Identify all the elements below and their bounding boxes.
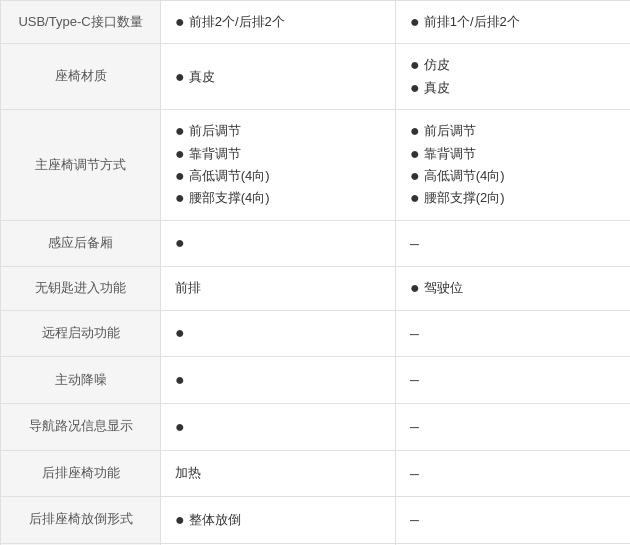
cell-text: 前后调节 <box>424 120 476 142</box>
table-row: 感应后备厢●– <box>1 220 631 267</box>
cell-text: 前排1个/后排2个 <box>424 11 520 33</box>
row-value: ●真皮 <box>161 44 396 110</box>
row-value: ●整体放倒 <box>161 497 396 544</box>
comparison-table: USB/Type-C接口数量●前排2个/后排2个●前排1个/后排2个座椅材质●真… <box>0 0 630 545</box>
cell-text: 高低调节(4向) <box>424 165 505 187</box>
table-row: 主动降噪●– <box>1 357 631 404</box>
row-label: 后排座椅功能 <box>1 450 161 497</box>
row-label: 后排座椅放倒形式 <box>1 497 161 544</box>
row-value: ●驾驶位 <box>396 267 631 310</box>
row-value: – <box>396 220 631 267</box>
table-row: 后排座椅放倒形式●整体放倒– <box>1 497 631 544</box>
table-row: 无钥匙进入功能前排●驾驶位 <box>1 267 631 310</box>
cell-text: 整体放倒 <box>189 509 241 531</box>
table-row: USB/Type-C接口数量●前排2个/后排2个●前排1个/后排2个 <box>1 1 631 44</box>
cell-text: 仿皮 <box>424 54 450 76</box>
table-row: 远程启动功能●– <box>1 310 631 357</box>
cell-text: 腰部支撑(4向) <box>189 187 270 209</box>
row-value: ● <box>161 310 396 357</box>
row-value: 加热 <box>161 450 396 497</box>
cell-text: 真皮 <box>424 77 450 99</box>
cell-text: 靠背调节 <box>189 143 241 165</box>
row-value: – <box>396 310 631 357</box>
row-label: USB/Type-C接口数量 <box>1 1 161 44</box>
table-row: 导航路况信息显示●– <box>1 403 631 450</box>
row-value: ●仿皮●真皮 <box>396 44 631 110</box>
cell-text: 真皮 <box>189 66 215 88</box>
row-label: 无钥匙进入功能 <box>1 267 161 310</box>
row-value: ●前后调节●靠背调节●高低调节(4向)●腰部支撑(2向) <box>396 110 631 221</box>
table-row: 后排座椅功能加热– <box>1 450 631 497</box>
row-label: 座椅材质 <box>1 44 161 110</box>
row-value: – <box>396 403 631 450</box>
cell-text: 靠背调节 <box>424 143 476 165</box>
row-value: ● <box>161 220 396 267</box>
row-label: 远程启动功能 <box>1 310 161 357</box>
row-value: ●前排2个/后排2个 <box>161 1 396 44</box>
cell-text: 高低调节(4向) <box>189 165 270 187</box>
row-label: 主动降噪 <box>1 357 161 404</box>
row-value: – <box>396 357 631 404</box>
table-row: 座椅材质●真皮●仿皮●真皮 <box>1 44 631 110</box>
cell-text: 前后调节 <box>189 120 241 142</box>
row-value: – <box>396 497 631 544</box>
row-value: – <box>396 450 631 497</box>
row-label: 主座椅调节方式 <box>1 110 161 221</box>
cell-text: 腰部支撑(2向) <box>424 187 505 209</box>
row-label: 导航路况信息显示 <box>1 403 161 450</box>
row-value: ●前排1个/后排2个 <box>396 1 631 44</box>
row-value: 前排 <box>161 267 396 310</box>
row-value: ● <box>161 357 396 404</box>
table-row: 主座椅调节方式●前后调节●靠背调节●高低调节(4向)●腰部支撑(4向)●前后调节… <box>1 110 631 221</box>
cell-text: 前排2个/后排2个 <box>189 11 285 33</box>
row-label: 感应后备厢 <box>1 220 161 267</box>
row-value: ● <box>161 403 396 450</box>
cell-text: 加热 <box>175 462 201 484</box>
row-value: ●前后调节●靠背调节●高低调节(4向)●腰部支撑(4向) <box>161 110 396 221</box>
cell-text: 驾驶位 <box>424 277 463 299</box>
cell-text: 前排 <box>175 277 201 299</box>
